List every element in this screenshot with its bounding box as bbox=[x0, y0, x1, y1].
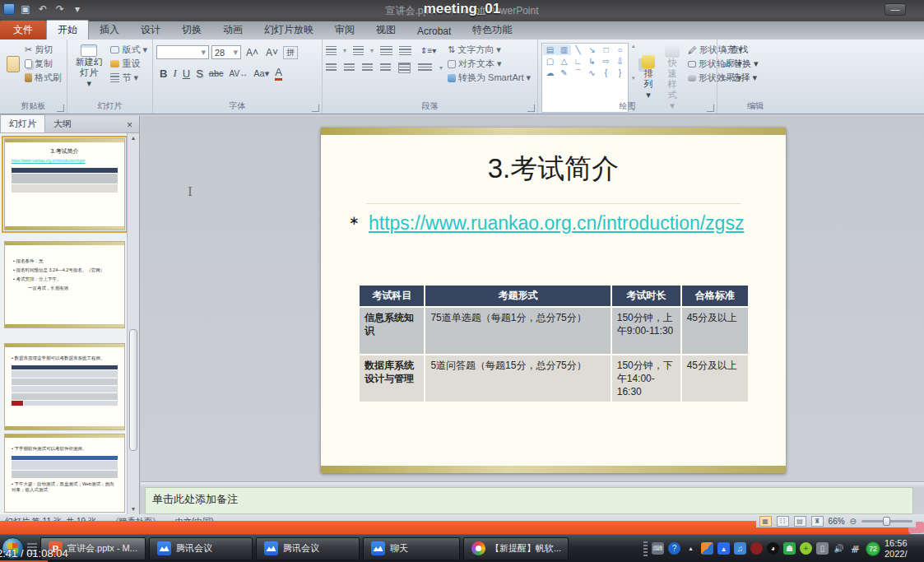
cut-button[interactable]: ✂剪切 bbox=[23, 43, 63, 57]
scroll-down-icon[interactable]: ▼ bbox=[128, 506, 139, 512]
text-direction-button[interactable]: ⇅文字方向 ▾ bbox=[446, 43, 532, 57]
shield-icon[interactable]: ☗ bbox=[783, 542, 796, 555]
align-center-icon[interactable] bbox=[344, 63, 355, 72]
qq-penguin-icon[interactable]: ◕ bbox=[767, 542, 779, 555]
shape-right-arrow-icon[interactable]: ⇨ bbox=[599, 56, 613, 67]
zoom-slider-thumb[interactable] bbox=[883, 517, 890, 526]
tab-insert[interactable]: 插入 bbox=[89, 21, 130, 39]
tab-file[interactable]: 文件 bbox=[0, 21, 46, 39]
shape-gallery-up-icon[interactable]: ▴ bbox=[632, 43, 635, 49]
paste-button[interactable] bbox=[3, 43, 23, 85]
reset-button[interactable]: 重设 bbox=[109, 57, 149, 71]
help-icon[interactable]: ? bbox=[668, 542, 680, 555]
font-color-button[interactable]: A bbox=[275, 66, 282, 81]
char-spacing-button[interactable]: AV↔ bbox=[230, 69, 248, 78]
format-painter-button[interactable]: 格式刷 bbox=[23, 71, 63, 85]
slide-hyperlink[interactable]: https://www.ruankao.org.cn/introduction/… bbox=[369, 210, 773, 236]
tab-view[interactable]: 视图 bbox=[365, 21, 406, 39]
italic-button[interactable]: I bbox=[173, 67, 176, 80]
shape-brace-left-icon[interactable]: { bbox=[599, 67, 613, 78]
shape-cloud-icon[interactable]: ☁ bbox=[543, 67, 557, 78]
app-red-icon[interactable] bbox=[750, 542, 763, 555]
scrollbar-thumb[interactable] bbox=[129, 329, 137, 451]
keyboard-icon[interactable]: ⌨ bbox=[652, 542, 664, 555]
tab-acrobat[interactable]: Acrobat bbox=[406, 23, 462, 39]
taskbar-button-chat[interactable]: 聊天 bbox=[363, 537, 460, 560]
slide-thumbnail[interactable]: • 报名条件：无 • 报名时间预估是 3.24—4.2号报名。（官网） • 考试… bbox=[4, 241, 125, 328]
shape-rectangle-icon[interactable]: □ bbox=[599, 44, 613, 55]
reading-view-icon[interactable]: ▤ bbox=[794, 516, 806, 527]
phonetic-guide-icon[interactable]: 拼 bbox=[283, 46, 298, 59]
tab-special[interactable]: 特色功能 bbox=[462, 21, 522, 39]
change-case-button[interactable]: Aa▾ bbox=[253, 68, 269, 79]
grow-font-icon[interactable]: A˄ bbox=[244, 47, 261, 58]
shape-textbox-icon[interactable]: ▥ bbox=[557, 44, 571, 55]
select-button[interactable]: ▻选择 ▾ bbox=[721, 71, 790, 85]
shape-elbow-arrow-icon[interactable]: ↳ bbox=[585, 56, 599, 67]
shape-oval-icon[interactable]: ○ bbox=[613, 44, 627, 55]
app-blue-icon[interactable]: ♫ bbox=[734, 542, 746, 555]
taskbar-button-browser[interactable]: 【新提醒】帆软... bbox=[463, 537, 569, 560]
distributed-icon[interactable] bbox=[398, 63, 411, 73]
shrink-font-icon[interactable]: A˅ bbox=[263, 47, 281, 58]
bullets-icon[interactable] bbox=[326, 46, 337, 55]
replace-button[interactable]: ab替换 ▾ bbox=[721, 57, 790, 71]
panel-close-icon[interactable]: × bbox=[120, 118, 139, 132]
strikethrough-button[interactable]: abc bbox=[209, 68, 224, 78]
shape-triangle-icon[interactable]: △ bbox=[557, 56, 571, 67]
numbering-icon[interactable] bbox=[353, 46, 364, 55]
shape-curve-icon[interactable]: ∿ bbox=[585, 67, 599, 78]
shadow-button[interactable]: S bbox=[196, 67, 203, 80]
shape-line-icon[interactable]: ╲ bbox=[571, 44, 585, 55]
shape-picture-icon[interactable]: ▤ bbox=[543, 44, 557, 55]
tab-outline[interactable]: 大纲 bbox=[45, 115, 80, 132]
copy-button[interactable]: 复制 bbox=[23, 57, 63, 71]
tab-animations[interactable]: 动画 bbox=[212, 21, 253, 39]
shape-arc-icon[interactable]: ⌒ bbox=[571, 67, 585, 78]
tab-slides-thumbnails[interactable]: 幻灯片 bbox=[0, 114, 45, 132]
shape-gallery-down-icon[interactable]: ▾ bbox=[632, 75, 635, 81]
wallet-icon[interactable]: + bbox=[800, 542, 812, 555]
slide-sorter-icon[interactable]: ᎒᎒ bbox=[777, 516, 789, 527]
smartart-button[interactable]: 转换为 SmartArt ▾ bbox=[446, 71, 532, 85]
zoom-out-icon[interactable]: ⊖ bbox=[850, 517, 857, 526]
bold-button[interactable]: B bbox=[160, 67, 167, 80]
exam-info-table[interactable]: 考试科目 考题形式 考试时长 合格标准 信息系统知识 75道单选题（每题1分，总… bbox=[358, 284, 750, 403]
zoom-level[interactable]: 66% bbox=[829, 517, 845, 526]
find-button[interactable]: ⌕查找 bbox=[721, 43, 790, 57]
shape-rounded-rect-icon[interactable]: ▢ bbox=[543, 56, 557, 67]
tab-design[interactable]: 设计 bbox=[130, 21, 171, 39]
shape-freeform-icon[interactable]: ✎ bbox=[557, 67, 571, 78]
taskbar-button-tencent-meeting-2[interactable]: 腾讯会议 bbox=[256, 537, 360, 560]
tab-transitions[interactable]: 切换 bbox=[171, 21, 212, 39]
tab-review[interactable]: 审阅 bbox=[324, 21, 365, 39]
notes-splitter[interactable] bbox=[141, 481, 924, 487]
shape-elbow-icon[interactable]: ∟ bbox=[571, 56, 585, 67]
minimize-button[interactable]: — bbox=[885, 3, 906, 16]
decrease-indent-icon[interactable] bbox=[380, 46, 392, 55]
line-spacing-icon[interactable]: ⇕≡▾ bbox=[418, 46, 439, 55]
layout-button[interactable]: 版式 ▾ bbox=[109, 43, 149, 57]
battery-percent-badge[interactable]: 72 bbox=[866, 541, 880, 556]
underline-button[interactable]: U bbox=[183, 67, 190, 80]
notes-pane[interactable]: 单击此处添加备注 bbox=[145, 487, 913, 514]
slide-thumbnail-current[interactable]: 3.考试简介 https://www.ruankao.org.cn/introd… bbox=[4, 138, 125, 230]
network-signal-icon[interactable]: ᚍ bbox=[849, 542, 861, 555]
zoom-slider[interactable] bbox=[861, 520, 912, 523]
clock[interactable]: 16:56 2022/ bbox=[885, 538, 921, 560]
paragraph-dialog-launcher[interactable] bbox=[527, 105, 535, 112]
shape-arrow-line-icon[interactable]: ↘ bbox=[585, 44, 599, 55]
align-right-icon[interactable] bbox=[362, 63, 373, 72]
columns-icon[interactable] bbox=[418, 63, 432, 72]
align-left-icon[interactable] bbox=[326, 63, 337, 72]
tab-slideshow[interactable]: 幻灯片放映 bbox=[253, 21, 324, 39]
scroll-up-icon[interactable]: ▲ bbox=[128, 133, 139, 141]
slideshow-icon[interactable]: ♜ bbox=[811, 516, 824, 527]
font-size-select[interactable]: 28▾ bbox=[211, 45, 241, 59]
normal-view-icon[interactable]: ▦ bbox=[759, 516, 772, 527]
volume-icon[interactable]: 🔊 bbox=[833, 542, 845, 555]
align-text-button[interactable]: 对齐文本 ▾ bbox=[446, 57, 532, 71]
slide-thumbnail[interactable]: • 数据库原理这学期可以考数据库系统工程师。 bbox=[4, 343, 125, 430]
section-button[interactable]: 节 ▾ bbox=[109, 71, 149, 85]
shape-down-arrow-icon[interactable]: ⇩ bbox=[613, 56, 627, 67]
